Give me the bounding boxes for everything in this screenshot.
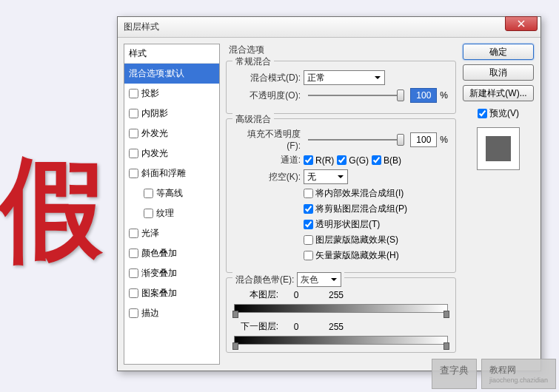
close-icon [518,20,525,27]
knockout-select[interactable]: 无 [304,169,348,184]
style-checkbox[interactable] [129,109,138,118]
style-item-3[interactable]: 外发光 [124,124,219,143]
knockout-label: 挖空(K): [234,171,301,183]
styles-list-panel: 样式 混合选项:默认投影内阴影外发光内发光斜面和浮雕等高线纹理光泽颜色叠加渐变叠… [124,44,220,365]
style-checkbox[interactable] [129,268,138,278]
channel-r-checkbox[interactable]: R(R) [304,155,334,166]
advanced-blend-legend: 高级混合 [232,113,274,126]
cancel-button[interactable]: 取消 [463,64,534,81]
style-checkbox[interactable] [144,189,153,198]
style-item-5[interactable]: 斜面和浮雕 [124,163,219,183]
style-checkbox[interactable] [129,249,138,258]
style-item-0[interactable]: 混合选项:默认 [124,64,219,84]
opacity-label: 不透明度(O): [234,89,301,102]
under-low: 0 [281,322,311,332]
style-label: 内发光 [141,147,168,160]
fill-opacity-label: 填充不透明度(F): [234,128,301,151]
style-checkbox[interactable] [129,308,138,318]
under-layer-gradient[interactable] [234,336,448,345]
general-blend-legend: 常规混合 [232,55,274,68]
style-item-8[interactable]: 光泽 [124,223,219,243]
opacity-unit: % [440,90,448,101]
channel-b-checkbox[interactable]: B(B) [372,155,401,166]
blend-if-select[interactable]: 灰色 [297,272,341,287]
style-label: 混合选项:默认 [129,67,184,80]
interior-effects-checkbox[interactable]: 将内部效果混合成组(I) [304,187,448,200]
style-label: 内阴影 [141,107,168,120]
dialog-title: 图层样式 [124,21,159,33]
gradient-stop-high[interactable] [443,311,449,318]
style-item-11[interactable]: 图案叠加 [124,283,219,303]
style-item-7[interactable]: 纹理 [124,203,219,223]
style-label: 斜面和浮雕 [141,167,186,180]
gradient-stop-low[interactable] [232,311,238,318]
style-label: 颜色叠加 [141,247,177,260]
style-checkbox[interactable] [129,288,138,298]
channels-label: 通道: [234,154,301,166]
opacity-input[interactable] [410,88,437,103]
options-panel: 混合选项 常规混合 混合模式(D): 正常 不透明度(O): % 高级混合 填充… [226,44,456,365]
style-item-10[interactable]: 渐变叠加 [124,263,219,283]
this-layer-label: 本图层: [234,288,278,301]
style-item-6[interactable]: 等高线 [124,183,219,203]
background-3d-text: 假 [0,134,96,288]
right-button-panel: 确定 取消 新建样式(W)... 预览(V) [462,44,535,365]
style-label: 渐变叠加 [141,267,177,280]
blend-options-title: 混合选项 [226,44,456,56]
vector-mask-hides-checkbox[interactable]: 矢量蒙版隐藏效果(H) [304,249,448,262]
preview-swatch [477,127,520,170]
channel-g-checkbox[interactable]: G(G) [337,155,369,166]
this-high: 255 [314,290,358,300]
style-label: 外发光 [141,127,168,140]
style-checkbox[interactable] [129,129,138,138]
style-label: 描边 [141,307,159,320]
slider-thumb[interactable] [397,89,404,101]
general-blend-group: 常规混合 混合模式(D): 正常 不透明度(O): % [226,61,456,114]
watermark-box-2: 教程网 jiaocheng.chazidian [481,359,556,389]
style-item-1[interactable]: 投影 [124,84,219,104]
under-high: 255 [314,322,358,332]
style-checkbox[interactable] [144,209,153,218]
gradient-stop-high[interactable] [443,342,449,350]
style-checkbox[interactable] [129,169,138,178]
watermark-box-1: 查字典 [432,359,477,389]
this-low: 0 [281,290,311,300]
fill-unit: % [440,135,448,145]
preview-checkbox[interactable]: 预览(V) [478,107,519,120]
titlebar[interactable]: 图层样式 [118,17,540,38]
fill-opacity-slider[interactable] [308,139,403,141]
under-layer-label: 下一图层: [234,320,278,333]
watermark: 查字典 教程网 jiaocheng.chazidian [432,359,556,389]
styles-header: 样式 [124,44,219,64]
close-button[interactable] [505,16,538,31]
blend-mode-label: 混合模式(D): [234,72,301,84]
transparency-shapes-checkbox[interactable]: 透明形状图层(T) [304,218,448,231]
this-layer-gradient[interactable] [234,304,448,313]
slider-thumb[interactable] [397,134,404,146]
fill-opacity-input[interactable] [410,132,437,147]
style-item-4[interactable]: 内发光 [124,143,219,163]
style-label: 等高线 [156,187,183,200]
new-style-button[interactable]: 新建样式(W)... [463,85,534,101]
style-checkbox[interactable] [129,229,138,238]
style-checkbox[interactable] [129,89,138,98]
layer-mask-hides-checkbox[interactable]: 图层蒙版隐藏效果(S) [304,234,448,246]
blend-if-legend: 混合颜色带(E): 灰色 [232,272,344,287]
style-label: 图案叠加 [141,287,177,300]
style-item-2[interactable]: 内阴影 [124,104,219,124]
style-item-12[interactable]: 描边 [124,303,219,323]
style-checkbox[interactable] [129,149,138,158]
ok-button[interactable]: 确定 [463,44,534,60]
layer-style-dialog: 图层样式 样式 混合选项:默认投影内阴影外发光内发光斜面和浮雕等高线纹理光泽颜色… [117,16,541,371]
clipped-layers-checkbox[interactable]: 将剪贴图层混合成组(P) [304,203,448,215]
gradient-stop-low[interactable] [232,342,238,350]
style-label: 投影 [141,87,159,100]
style-item-9[interactable]: 颜色叠加 [124,243,219,263]
style-label: 纹理 [156,207,174,220]
advanced-blend-group: 高级混合 填充不透明度(F): % 通道: R(R) G(G) B(B) 挖空(… [226,118,456,273]
blend-mode-select[interactable]: 正常 [304,70,385,85]
opacity-slider[interactable] [308,95,403,96]
blend-if-group: 混合颜色带(E): 灰色 本图层: 0 255 下一图层: 0 255 [226,277,456,353]
style-label: 光泽 [141,227,159,240]
